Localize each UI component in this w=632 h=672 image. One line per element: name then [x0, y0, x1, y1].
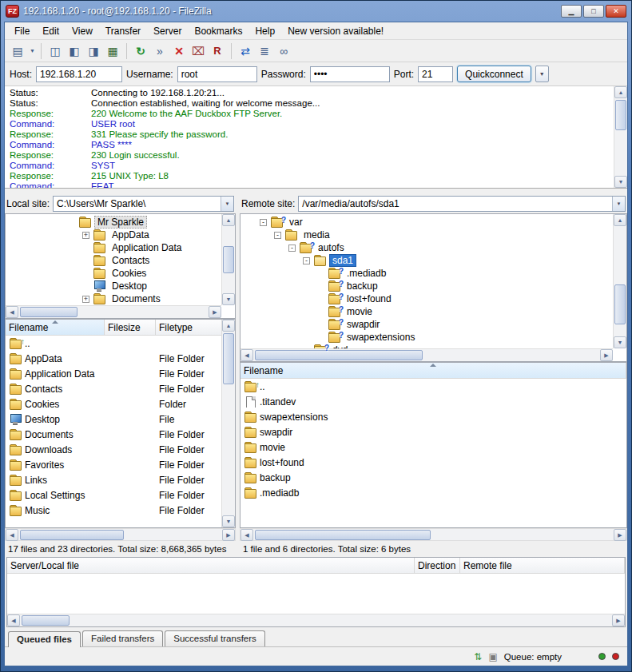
remote-tree-item[interactable]: media — [240, 229, 613, 241]
scrollbar-thumb[interactable] — [22, 615, 70, 626]
local-site-combo[interactable]: C:\Users\Mr Sparkle\ — [53, 196, 234, 212]
host-input[interactable] — [36, 66, 122, 82]
menu-item[interactable]: Transfer — [99, 23, 147, 39]
local-file-row[interactable]: .. — [6, 336, 221, 351]
queue-tab[interactable]: Queued files — [8, 631, 81, 647]
log-scrollbar[interactable]: ▲ ▼ — [614, 86, 627, 188]
local-file-row[interactable]: Local Settings File Folder — [6, 487, 221, 503]
expander-icon[interactable] — [303, 257, 310, 264]
scroll-right-icon[interactable]: ▶ — [222, 529, 235, 541]
queueview-icon[interactable]: ▦ — [103, 42, 122, 60]
scrollbar-thumb[interactable] — [223, 246, 234, 273]
chevron-down-icon[interactable] — [221, 197, 233, 211]
local-file-row[interactable]: Documents File Folder — [6, 427, 221, 442]
local-tree-hscrollbar[interactable]: ◀ ▶ — [6, 305, 221, 318]
username-input[interactable] — [177, 66, 257, 82]
scroll-left-icon[interactable]: ◀ — [240, 529, 253, 541]
port-input[interactable] — [418, 66, 453, 82]
compare-icon[interactable]: ⇄ — [236, 42, 255, 60]
scroll-up-icon[interactable]: ▲ — [614, 214, 626, 226]
remote-file-row[interactable]: swapdir — [240, 424, 626, 439]
remote-file-row[interactable]: movie — [240, 439, 626, 455]
scroll-right-icon[interactable]: ▶ — [209, 306, 221, 318]
scroll-left-icon[interactable]: ◀ — [7, 614, 20, 626]
local-tree-item[interactable]: Mr Sparkle — [6, 216, 221, 229]
maximize-button[interactable]: □ — [583, 5, 604, 18]
column-header-filename[interactable]: Filename — [240, 363, 626, 378]
remote-list-hscrollbar[interactable]: ◀ ▶ — [240, 528, 627, 541]
quickconnect-dropdown-icon[interactable]: ▼ — [535, 66, 549, 82]
local-file-row[interactable]: Application Data File Folder — [6, 366, 221, 381]
scroll-left-icon[interactable]: ◀ — [240, 349, 253, 361]
scroll-up-icon[interactable]: ▲ — [614, 86, 627, 98]
menu-item[interactable]: View — [66, 23, 99, 39]
local-file-row[interactable]: Desktop File — [6, 412, 221, 427]
local-tree-item[interactable]: AppData — [6, 229, 221, 241]
processqueue-icon[interactable]: » — [150, 42, 169, 60]
quickconnect-button[interactable]: Quickconnect — [457, 66, 531, 82]
scroll-down-icon[interactable]: ▼ — [614, 176, 627, 188]
sitemanager-icon[interactable]: ▤ — [8, 42, 27, 60]
remote-file-row[interactable]: .mediadb — [240, 485, 626, 500]
scroll-down-icon[interactable]: ▼ — [222, 293, 235, 305]
menu-item[interactable]: Help — [248, 23, 281, 39]
speedlimit-icon[interactable]: ⇅ — [474, 651, 482, 662]
menu-item[interactable]: New version available! — [281, 23, 390, 39]
column-header-filename[interactable]: Filename — [6, 320, 105, 335]
remote-tree-item[interactable]: backup — [240, 280, 613, 292]
scrollbar-thumb[interactable] — [255, 530, 431, 540]
lock-icon[interactable]: ▣ — [488, 651, 497, 662]
column-header-remote-file[interactable]: Remote file — [460, 558, 625, 573]
local-file-row[interactable]: Contacts File Folder — [6, 381, 221, 396]
local-list-vscrollbar[interactable]: ▲ ▼ — [221, 320, 235, 527]
logview-icon[interactable]: ◫ — [46, 42, 65, 60]
local-file-row[interactable]: Downloads File Folder — [6, 442, 221, 457]
local-file-row[interactable]: Links File Folder — [6, 472, 221, 487]
remote-tree-vscrollbar[interactable]: ▲ ▼ — [613, 214, 626, 348]
scrollbar-thumb[interactable] — [20, 530, 124, 540]
scrollbar-thumb[interactable] — [223, 333, 234, 384]
local-file-row[interactable]: Music File Folder — [6, 503, 221, 518]
scroll-left-icon[interactable]: ◀ — [6, 306, 18, 318]
scroll-right-icon[interactable]: ▶ — [614, 529, 626, 541]
menu-item[interactable]: Bookmarks — [188, 23, 248, 39]
expander-icon[interactable] — [260, 219, 267, 226]
expander-icon[interactable] — [82, 232, 89, 239]
remote-tree-item[interactable]: .mediadb — [240, 267, 613, 280]
column-header-direction[interactable]: Direction — [415, 558, 460, 573]
local-tree-vscrollbar[interactable]: ▲ ▼ — [221, 214, 235, 305]
column-header-filesize[interactable]: Filesize — [105, 320, 156, 335]
local-file-row[interactable]: Cookies Folder — [6, 396, 221, 412]
chevron-down-icon[interactable] — [612, 197, 625, 211]
remote-tree-item[interactable]: autofs — [240, 241, 613, 254]
disconnect-icon[interactable]: ⌧ — [189, 42, 208, 60]
remote-file-row[interactable]: .titandev — [240, 394, 626, 409]
menu-item[interactable]: Edit — [36, 23, 66, 39]
scroll-left-icon[interactable]: ◀ — [6, 529, 18, 541]
localtree-icon[interactable]: ◧ — [65, 42, 84, 60]
scroll-right-icon[interactable]: ▶ — [600, 349, 613, 361]
expander-icon[interactable] — [274, 232, 281, 239]
scroll-up-icon[interactable]: ▲ — [222, 320, 235, 332]
scrollbar-thumb[interactable] — [614, 284, 626, 324]
remote-site-combo[interactable]: /var/media/autofs/sda1 — [298, 196, 626, 212]
syncbrowse-icon[interactable]: ≣ — [255, 42, 274, 60]
find-icon[interactable]: ∞ — [274, 42, 293, 60]
remote-tree-hscrollbar[interactable]: ◀ ▶ — [240, 348, 613, 361]
column-header-local-file[interactable]: Server/Local file — [7, 558, 415, 573]
local-file-row[interactable]: AppData File Folder — [6, 351, 221, 366]
cancel-icon[interactable]: ✕ — [169, 42, 189, 60]
queue-hscrollbar[interactable]: ◀ ▶ — [7, 614, 625, 626]
remote-tree-item[interactable]: var — [240, 216, 613, 229]
remote-tree-item[interactable]: swapdir — [240, 318, 613, 331]
menu-item[interactable]: File — [8, 23, 36, 39]
close-button[interactable]: ✕ — [606, 5, 626, 18]
local-file-row[interactable]: Favorites File Folder — [6, 457, 221, 472]
remote-file-row[interactable]: .. — [240, 379, 626, 394]
scrollbar-thumb[interactable] — [20, 307, 78, 317]
local-tree-item[interactable]: Application Data — [6, 241, 221, 254]
scroll-up-icon[interactable]: ▲ — [222, 214, 235, 226]
password-input[interactable] — [310, 66, 390, 82]
refresh-icon[interactable]: ↻ — [131, 42, 150, 60]
reconnect-icon[interactable]: R — [208, 42, 227, 60]
